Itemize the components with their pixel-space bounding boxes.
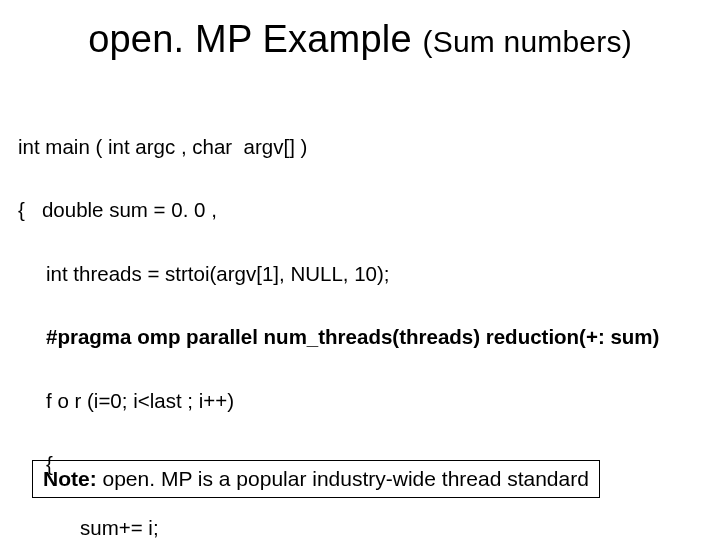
code-line: int main ( int argc , char argv[] ) [18, 131, 702, 163]
code-line: f o r (i=0; i<last ; i++) [18, 385, 702, 417]
code-line: { double sum = 0. 0 , [18, 194, 702, 226]
title-paren: (Sum numbers) [423, 25, 632, 58]
note-box: Note: open. MP is a popular industry-wid… [32, 460, 600, 498]
note-text: open. MP is a popular industry-wide thre… [97, 467, 589, 490]
note-label: Note: [43, 467, 97, 490]
slide: open. MP Example (Sum numbers) int main … [0, 0, 720, 540]
code-line: int threads = strtoi(argv[1], NULL, 10); [18, 258, 702, 290]
title-main: open. MP Example [88, 18, 422, 60]
code-pragma-line: #pragma omp parallel num_threads(threads… [18, 321, 702, 353]
code-line: sum+= i; [18, 512, 702, 540]
slide-title: open. MP Example (Sum numbers) [18, 18, 702, 61]
